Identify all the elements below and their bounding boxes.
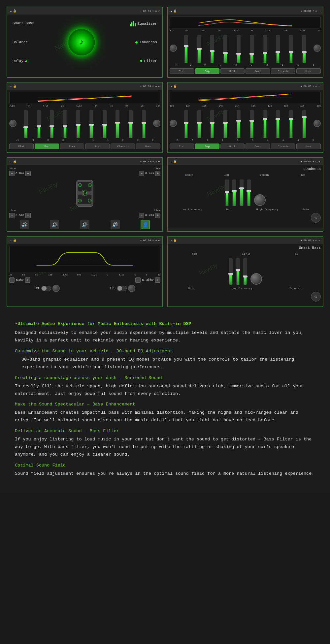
target-button-6[interactable]: ⊕ — [311, 213, 321, 223]
slider-9-2[interactable] — [289, 35, 293, 63]
btn-flat-3[interactable]: Flat — [9, 144, 34, 149]
ss-rr-plus[interactable]: + — [155, 213, 160, 218]
sl-3-4[interactable] — [210, 110, 214, 138]
screen-card-6: ☁ 🔒 ✦ 00:04 ☀ ▭ ↩ NaviFly Loudness 600Hz… — [167, 157, 323, 232]
btn-rock-2[interactable]: Rock — [220, 68, 245, 74]
sl-2-4[interactable] — [197, 110, 201, 138]
sl-7-3[interactable] — [103, 110, 107, 138]
spk-fr-icon[interactable]: 🔊 — [50, 220, 59, 229]
bt-icon-5: ✦ — [140, 160, 142, 163]
ss-rf-plus[interactable]: + — [155, 171, 160, 176]
btn-classic-4[interactable]: Classic — [271, 144, 295, 149]
hpf-plus[interactable]: + — [25, 277, 30, 283]
ss-lr-plus[interactable]: + — [25, 213, 31, 218]
spk-rl-icon[interactable]: 🔊 — [80, 220, 89, 229]
v10-3: 2 — [152, 139, 153, 142]
back-icon-5: ↩ — [158, 160, 160, 163]
spk-all-icon[interactable]: 👤 — [141, 220, 150, 229]
g1-slider[interactable] — [232, 179, 236, 206]
btn-pop-4[interactable]: Pop — [195, 144, 219, 149]
btn-pop-3[interactable]: Pop — [35, 144, 59, 149]
lpf-minus[interactable]: − — [135, 277, 141, 283]
sl-6-3[interactable] — [89, 110, 93, 138]
sl-5-3[interactable] — [76, 110, 80, 138]
vol-knob-right-3[interactable] — [153, 120, 160, 127]
ss-rf-minus[interactable]: − — [139, 171, 144, 176]
lf-slider[interactable] — [225, 179, 229, 206]
slider-5-2[interactable] — [237, 35, 241, 63]
ss-lr-minus[interactable]: − — [9, 213, 15, 218]
hpf-toggle-pill[interactable] — [41, 286, 51, 291]
sb-knob[interactable] — [250, 273, 262, 285]
sl-1-3[interactable] — [24, 110, 28, 138]
hpf-minus[interactable]: − — [9, 277, 15, 283]
target-button-8[interactable]: ⊕ — [311, 292, 321, 302]
spk-fl-icon[interactable]: 🔊 — [20, 220, 29, 229]
btn-user-3[interactable]: User — [136, 144, 160, 149]
sl-1-4[interactable] — [184, 110, 188, 138]
main-menu-wrapper: Smart Bass Equalizer Balance — [10, 18, 160, 67]
slider-7-2[interactable] — [263, 35, 267, 63]
lock-icon-5: 🔒 — [13, 160, 16, 163]
sb-harm-slider[interactable] — [243, 258, 247, 285]
sl-2-3[interactable] — [37, 110, 41, 138]
sl-9-4[interactable] — [289, 110, 293, 138]
btn-flat-4[interactable]: Flat — [170, 144, 194, 149]
lpf-plus[interactable]: + — [155, 277, 160, 283]
btn-rock-4[interactable]: Rock — [220, 144, 245, 149]
btn-user-2[interactable]: User — [296, 68, 321, 74]
screen-content-6: NaviFly Loudness 600Hz 4dB 2000Hz 4dB — [168, 165, 323, 228]
btn-classic-2[interactable]: Classic — [271, 68, 295, 74]
loudness-knob[interactable] — [254, 194, 266, 206]
btn-jazz-3[interactable]: Jazz — [85, 144, 110, 149]
btn-classic-3[interactable]: Classic — [111, 144, 135, 149]
section5-body: Sound field adjustment ensures you're al… — [15, 470, 315, 478]
sl-8-4[interactable] — [276, 110, 280, 138]
sl-3-3[interactable] — [50, 110, 54, 138]
sb-gain-slider[interactable] — [229, 258, 233, 285]
vol-knob-left-3[interactable] — [9, 120, 16, 127]
sl-4-4[interactable] — [223, 110, 227, 138]
sl-8-3[interactable] — [116, 110, 119, 138]
ss-rr-minus[interactable]: − — [139, 213, 144, 218]
ss-lf-plus[interactable]: + — [25, 171, 31, 176]
vol-knob-right-2[interactable] — [314, 45, 321, 52]
slider-2-2[interactable] — [197, 35, 201, 63]
hpf-dial[interactable] — [52, 285, 60, 292]
vol-knob-left-2[interactable] — [170, 45, 177, 52]
sl-4-3[interactable] — [63, 110, 67, 138]
btn-jazz-2[interactable]: Jazz — [246, 68, 270, 74]
slider-6-2[interactable] — [250, 35, 254, 63]
vol-knob-left-4[interactable] — [170, 120, 177, 127]
lpf-label: LPF — [110, 287, 115, 290]
btn-rock-3[interactable]: Rock — [60, 144, 84, 149]
hf-slider[interactable] — [240, 179, 244, 206]
val-2-2: 2 — [190, 64, 191, 66]
sl-7-4[interactable] — [263, 110, 267, 138]
g2-slider[interactable] — [247, 179, 251, 206]
hpf-knob — [42, 286, 47, 291]
band-15k: 15k — [235, 105, 239, 107]
ss-lf-minus[interactable]: − — [9, 171, 15, 176]
btn-user-4[interactable]: User — [296, 144, 321, 149]
vol-knob-right-4[interactable] — [314, 120, 321, 127]
btn-pop-2[interactable]: Pop — [195, 68, 219, 74]
sb-freq-slider[interactable] — [236, 258, 240, 285]
sl-10-4[interactable] — [302, 110, 306, 138]
slider-1-2[interactable] — [184, 35, 188, 63]
sl-6-4[interactable] — [250, 110, 254, 138]
slider-4-2[interactable] — [223, 35, 227, 63]
slider-8-2[interactable] — [276, 35, 280, 63]
main-heading: •Ultimate Audio Experience for Music Ent… — [15, 320, 315, 328]
time-8: 00:01 — [304, 239, 312, 242]
btn-jazz-4[interactable]: Jazz — [246, 144, 270, 149]
btn-flat-2[interactable]: Flat — [170, 68, 194, 74]
spk-rr-icon[interactable]: 🔊 — [111, 220, 120, 229]
slider-10-2[interactable] — [302, 35, 306, 63]
lpf-dial[interactable] — [128, 285, 135, 292]
slider-3-2[interactable] — [210, 35, 214, 63]
sl-5-4[interactable] — [237, 110, 241, 138]
sl-10-3[interactable] — [142, 110, 146, 138]
lpf-toggle-pill[interactable] — [117, 286, 127, 291]
sl-9-3[interactable] — [129, 110, 133, 138]
